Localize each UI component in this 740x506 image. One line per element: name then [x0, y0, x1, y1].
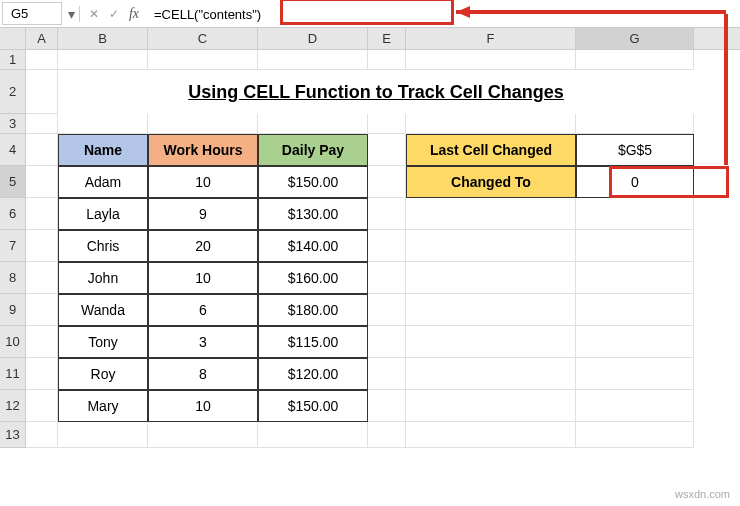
data-pay[interactable]: $130.00 — [258, 198, 368, 230]
cell[interactable] — [368, 198, 406, 230]
data-pay[interactable]: $115.00 — [258, 326, 368, 358]
column-header-e[interactable]: E — [368, 28, 406, 49]
column-header-g[interactable]: G — [576, 28, 694, 49]
data-hours[interactable]: 10 — [148, 166, 258, 198]
cell[interactable] — [26, 262, 58, 294]
cell[interactable] — [26, 70, 58, 114]
data-name[interactable]: Adam — [58, 166, 148, 198]
cell[interactable] — [576, 230, 694, 262]
data-name[interactable]: Roy — [58, 358, 148, 390]
row-header-12[interactable]: 12 — [0, 390, 25, 422]
cell[interactable] — [576, 326, 694, 358]
data-hours[interactable]: 10 — [148, 262, 258, 294]
cell[interactable] — [406, 390, 576, 422]
row-header-9[interactable]: 9 — [0, 294, 25, 326]
cell[interactable] — [368, 50, 406, 70]
data-pay[interactable]: $120.00 — [258, 358, 368, 390]
data-pay[interactable]: $140.00 — [258, 230, 368, 262]
cell[interactable] — [26, 390, 58, 422]
cell[interactable] — [406, 358, 576, 390]
cell[interactable] — [406, 230, 576, 262]
name-box-dropdown-icon[interactable]: ▾ — [64, 6, 79, 22]
cell[interactable] — [406, 294, 576, 326]
data-hours[interactable]: 8 — [148, 358, 258, 390]
cell[interactable] — [58, 422, 148, 448]
row-header-5[interactable]: 5 — [0, 166, 25, 198]
row-header-3[interactable]: 3 — [0, 114, 25, 134]
column-header-c[interactable]: C — [148, 28, 258, 49]
data-name[interactable]: Layla — [58, 198, 148, 230]
cell[interactable] — [576, 262, 694, 294]
data-name[interactable]: Tony — [58, 326, 148, 358]
column-header-f[interactable]: F — [406, 28, 576, 49]
cell[interactable] — [148, 50, 258, 70]
cell[interactable] — [26, 358, 58, 390]
cell[interactable] — [26, 294, 58, 326]
name-box[interactable] — [2, 2, 62, 25]
data-name[interactable]: John — [58, 262, 148, 294]
cell[interactable] — [576, 390, 694, 422]
data-hours[interactable]: 6 — [148, 294, 258, 326]
data-pay[interactable]: $150.00 — [258, 390, 368, 422]
track-last-label[interactable]: Last Cell Changed — [406, 134, 576, 166]
cell[interactable] — [406, 422, 576, 448]
cell[interactable] — [26, 326, 58, 358]
data-name[interactable]: Mary — [58, 390, 148, 422]
row-header-2[interactable]: 2 — [0, 70, 25, 114]
cell[interactable] — [368, 134, 406, 166]
cell[interactable] — [58, 50, 148, 70]
cell[interactable] — [26, 114, 58, 134]
row-header-1[interactable]: 1 — [0, 50, 25, 70]
formula-input[interactable] — [154, 7, 734, 22]
cell[interactable] — [368, 358, 406, 390]
row-header-13[interactable]: 13 — [0, 422, 25, 448]
cell[interactable] — [406, 326, 576, 358]
data-hours[interactable]: 10 — [148, 390, 258, 422]
cell[interactable] — [26, 230, 58, 262]
cells-area[interactable]: Using CELL Function to Track Cell Change… — [26, 50, 740, 448]
cell[interactable] — [148, 114, 258, 134]
header-name[interactable]: Name — [58, 134, 148, 166]
data-pay[interactable]: $180.00 — [258, 294, 368, 326]
cell[interactable] — [368, 422, 406, 448]
cell[interactable] — [576, 422, 694, 448]
cell[interactable] — [406, 198, 576, 230]
cell[interactable] — [406, 114, 576, 134]
row-header-11[interactable]: 11 — [0, 358, 25, 390]
row-header-10[interactable]: 10 — [0, 326, 25, 358]
cell[interactable] — [258, 114, 368, 134]
data-pay[interactable]: $150.00 — [258, 166, 368, 198]
row-header-8[interactable]: 8 — [0, 262, 25, 294]
cell[interactable] — [368, 166, 406, 198]
data-hours[interactable]: 20 — [148, 230, 258, 262]
track-changed-label[interactable]: Changed To — [406, 166, 576, 198]
cell[interactable] — [26, 422, 58, 448]
column-header-b[interactable]: B — [58, 28, 148, 49]
cell[interactable] — [368, 114, 406, 134]
cell[interactable] — [368, 390, 406, 422]
cell[interactable] — [58, 114, 148, 134]
cell[interactable] — [26, 50, 58, 70]
cell[interactable] — [576, 358, 694, 390]
data-pay[interactable]: $160.00 — [258, 262, 368, 294]
column-header-d[interactable]: D — [258, 28, 368, 49]
cell[interactable] — [26, 166, 58, 198]
cell[interactable] — [576, 50, 694, 70]
enter-icon[interactable]: ✓ — [104, 7, 124, 21]
cell[interactable] — [258, 422, 368, 448]
cell[interactable] — [368, 262, 406, 294]
header-hours[interactable]: Work Hours — [148, 134, 258, 166]
row-header-4[interactable]: 4 — [0, 134, 25, 166]
cell[interactable] — [148, 422, 258, 448]
cancel-icon[interactable]: ✕ — [84, 7, 104, 21]
data-name[interactable]: Chris — [58, 230, 148, 262]
fx-icon[interactable]: fx — [124, 6, 144, 22]
data-hours[interactable]: 9 — [148, 198, 258, 230]
track-changed-value[interactable]: 0 — [576, 166, 694, 198]
cell[interactable] — [26, 198, 58, 230]
cell[interactable] — [368, 326, 406, 358]
select-all-corner[interactable] — [0, 28, 26, 50]
data-name[interactable]: Wanda — [58, 294, 148, 326]
row-header-6[interactable]: 6 — [0, 198, 25, 230]
track-last-value[interactable]: $G$5 — [576, 134, 694, 166]
